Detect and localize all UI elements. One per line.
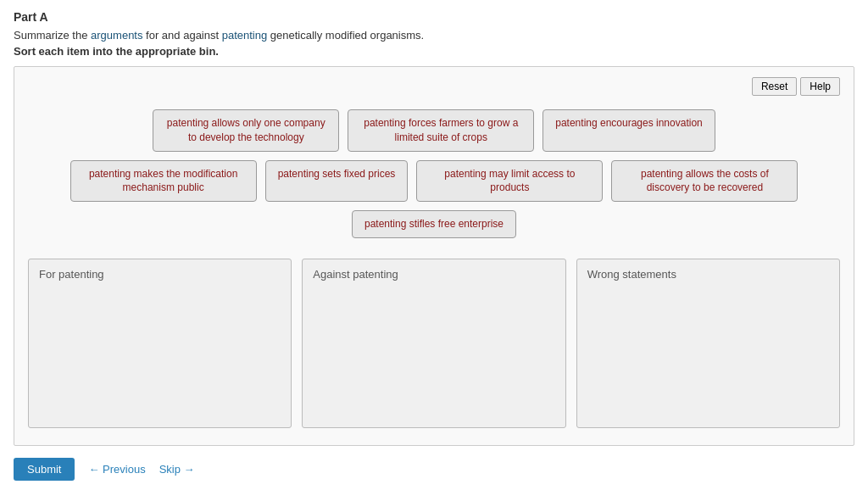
reset-button[interactable]: Reset xyxy=(752,77,797,96)
help-button[interactable]: Help xyxy=(800,77,840,96)
bin-against-patenting[interactable]: Against patenting xyxy=(302,259,565,428)
sort-instruction: Sort each item into the appropriate bin. xyxy=(14,45,854,58)
previous-link[interactable]: ← Previous xyxy=(88,463,145,476)
drag-item-4[interactable]: patenting makes the modification mechani… xyxy=(70,160,257,203)
bins-row: For patenting Against patenting Wrong st… xyxy=(28,259,840,428)
main-container: Reset Help patenting allows only one com… xyxy=(14,66,854,446)
skip-link[interactable]: Skip → xyxy=(159,463,195,476)
drag-item-5[interactable]: patenting sets fixed prices xyxy=(265,160,409,203)
bin-wrong-statements[interactable]: Wrong statements xyxy=(576,259,840,428)
bin-for-label: For patenting xyxy=(39,268,281,281)
bin-against-label: Against patenting xyxy=(313,268,554,281)
submit-button[interactable]: Submit xyxy=(14,458,75,481)
bin-wrong-label: Wrong statements xyxy=(587,268,829,281)
drag-area: patenting allows only one company to dev… xyxy=(28,109,840,238)
drag-item-2[interactable]: patenting forces farmers to grow a limit… xyxy=(348,109,534,152)
drag-row-1: patenting allows only one company to dev… xyxy=(153,109,715,152)
toolbar: Reset Help xyxy=(28,77,840,96)
drag-item-6[interactable]: patenting may limit access to products xyxy=(416,160,603,203)
instructions-text: Summarize the arguments for and against … xyxy=(14,29,854,42)
bin-for-patenting[interactable]: For patenting xyxy=(28,259,292,428)
drag-item-7[interactable]: patenting allows the costs of discovery … xyxy=(611,160,798,203)
drag-item-3[interactable]: patenting encourages innovation xyxy=(542,109,715,152)
drag-row-3: patenting stifles free enterprise xyxy=(352,210,516,238)
drag-item-8[interactable]: patenting stifles free enterprise xyxy=(352,210,516,238)
bottom-bar: Submit ← Previous Skip → xyxy=(14,458,854,481)
part-a-title: Part A xyxy=(14,10,854,24)
drag-row-2: patenting makes the modification mechani… xyxy=(70,160,798,203)
drag-item-1[interactable]: patenting allows only one company to dev… xyxy=(153,109,339,152)
